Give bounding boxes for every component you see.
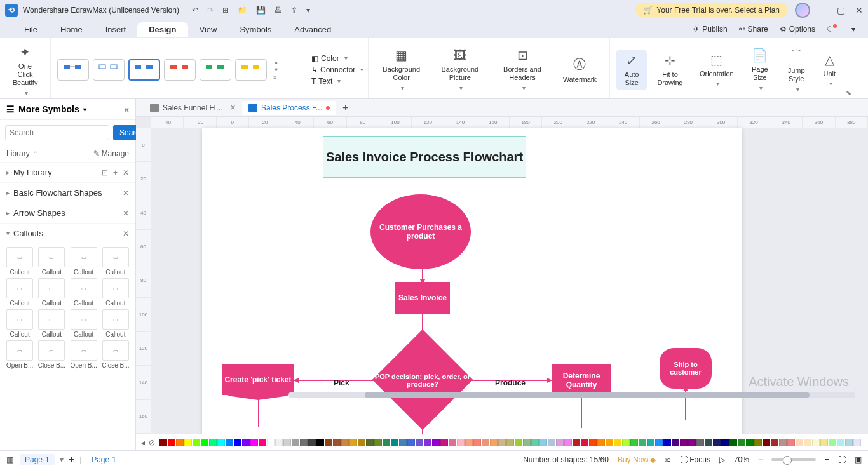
close-button[interactable]: ✕ xyxy=(855,5,863,15)
shape-15[interactable]: ▭Close B... xyxy=(101,340,130,369)
color-swatch[interactable] xyxy=(440,439,448,446)
color-swatch[interactable] xyxy=(300,439,308,446)
color-swatch[interactable] xyxy=(531,439,539,446)
tab-view[interactable]: View xyxy=(188,22,229,37)
color-swatch[interactable] xyxy=(597,439,605,446)
color-swatch[interactable] xyxy=(498,439,506,446)
color-swatch[interactable] xyxy=(424,439,431,446)
color-swatch[interactable] xyxy=(820,439,828,446)
doc-tab-1[interactable]: Sales Funnel Flo... ✕ xyxy=(144,101,242,115)
jump-style-button[interactable]: ⌒Jump Style▾ xyxy=(780,44,813,95)
theme-3[interactable] xyxy=(128,59,160,81)
add-page-button[interactable]: + xyxy=(69,454,74,465)
flowchart-title[interactable]: Sales Invoice Process Flowchart xyxy=(323,136,526,178)
collapse-panel-icon[interactable]: « xyxy=(124,104,129,114)
invoice-shape[interactable]: Sales Invoice xyxy=(395,282,450,314)
color-swatch[interactable] xyxy=(589,439,597,446)
shape-9[interactable]: ▭Callout xyxy=(37,309,66,338)
tab-file[interactable]: File xyxy=(13,22,49,37)
new-icon[interactable]: ⊞ xyxy=(222,6,229,15)
tab-design[interactable]: Design xyxy=(137,22,187,37)
color-swatch[interactable] xyxy=(259,439,266,446)
color-swatch[interactable] xyxy=(325,439,332,446)
shape-13[interactable]: ▭Close B... xyxy=(37,340,66,369)
shape-12[interactable]: ▭Open B... xyxy=(5,340,34,369)
color-swatch[interactable] xyxy=(639,439,646,446)
color-swatch[interactable] xyxy=(812,439,820,446)
color-swatch[interactable] xyxy=(358,439,365,446)
shape-2[interactable]: ▭Callout xyxy=(69,247,98,276)
horizontal-scrollbar[interactable] xyxy=(288,392,855,398)
color-swatch[interactable] xyxy=(614,439,621,446)
bg-picture-button[interactable]: 🖼Background Picture▾ xyxy=(431,46,488,94)
color-swatch[interactable] xyxy=(729,439,737,446)
theme-up-icon[interactable]: ▲ xyxy=(273,59,279,65)
lib-section-3[interactable]: ▾Callouts✕ xyxy=(0,223,135,243)
color-swatch[interactable] xyxy=(763,439,770,446)
library-label[interactable]: Library xyxy=(6,149,30,158)
color-button[interactable]: ◧Color▾ xyxy=(308,53,362,64)
shape-5[interactable]: ▭Callout xyxy=(37,278,66,307)
start-shape[interactable]: Customer Purchases a product xyxy=(370,194,471,269)
zoom-out-button[interactable]: − xyxy=(758,455,763,464)
color-swatch[interactable] xyxy=(539,439,547,446)
share-button[interactable]: ⚯Share xyxy=(739,25,768,34)
color-swatch[interactable] xyxy=(680,439,688,446)
color-swatch[interactable] xyxy=(308,439,316,446)
open-icon[interactable]: 📁 xyxy=(238,6,247,15)
color-swatch[interactable] xyxy=(449,439,456,446)
color-swatch[interactable] xyxy=(482,439,489,446)
color-swatch[interactable] xyxy=(696,439,704,446)
add-tab-button[interactable]: + xyxy=(336,102,355,114)
color-swatch[interactable] xyxy=(581,439,588,446)
create-pick-shape[interactable]: Create 'pick' ticket xyxy=(222,364,294,395)
fit-drawing-button[interactable]: ⊹Fit to Drawing xyxy=(651,50,689,90)
lib-section-1[interactable]: ▸Basic Flowchart Shapes✕ xyxy=(0,182,135,203)
color-swatch[interactable] xyxy=(829,439,836,446)
connector-button[interactable]: ↳Connector▾ xyxy=(308,64,362,76)
more-symbols-label[interactable]: More Symbols xyxy=(18,104,79,114)
theme-5[interactable] xyxy=(200,59,231,81)
color-swatch[interactable] xyxy=(779,439,787,446)
expand-dialog-icon[interactable]: ⬊ xyxy=(846,89,851,97)
fit-screen-icon[interactable]: ⛶ xyxy=(838,455,846,464)
text-button[interactable]: TText▾ xyxy=(308,76,362,87)
close-tab-icon[interactable]: ✕ xyxy=(230,104,236,112)
cb-arrow-icon[interactable]: ◂ xyxy=(141,438,145,447)
color-swatch[interactable] xyxy=(556,439,564,446)
color-swatch[interactable] xyxy=(688,439,696,446)
theme-2[interactable] xyxy=(93,59,125,81)
color-swatch[interactable] xyxy=(168,439,175,446)
color-swatch[interactable] xyxy=(176,439,184,446)
color-swatch[interactable] xyxy=(407,439,415,446)
color-swatch[interactable] xyxy=(201,439,208,446)
orientation-button[interactable]: ⬚Orientation▾ xyxy=(693,50,740,90)
maximize-button[interactable]: ▢ xyxy=(837,5,845,15)
bg-color-button[interactable]: ▦Background Color▾ xyxy=(375,45,428,94)
dropdown-icon[interactable]: ▾ xyxy=(83,106,86,113)
color-swatch[interactable] xyxy=(366,439,374,446)
pick-label[interactable]: Pick xyxy=(334,378,349,387)
color-swatch[interactable] xyxy=(630,439,638,446)
shape-14[interactable]: ▭Open B... xyxy=(69,340,98,369)
unit-button[interactable]: △Unit▾ xyxy=(817,50,842,90)
produce-label[interactable]: Produce xyxy=(495,378,526,387)
collapse-ribbon-button[interactable]: ▾ xyxy=(851,25,855,34)
theme-more-icon[interactable]: ≡ xyxy=(273,74,279,81)
theme-down-icon[interactable]: ▼ xyxy=(273,67,279,73)
qat-more-icon[interactable]: ▾ xyxy=(306,6,310,15)
color-swatch[interactable] xyxy=(837,439,844,446)
print-icon[interactable]: 🖶 xyxy=(275,6,282,15)
color-swatch[interactable] xyxy=(845,439,853,446)
page-tab-1b[interactable]: Page-1 xyxy=(86,454,121,465)
color-swatch[interactable] xyxy=(655,439,663,446)
shape-0[interactable]: ▭Callout xyxy=(5,247,34,276)
manage-button[interactable]: ✎Manage xyxy=(93,149,129,158)
color-swatch[interactable] xyxy=(804,439,811,446)
color-swatch[interactable] xyxy=(457,439,465,446)
search-input[interactable] xyxy=(5,125,109,140)
theme-4[interactable] xyxy=(164,59,196,81)
trial-badge[interactable]: 🛒 Your Free Trial is over. Select a Plan xyxy=(635,3,787,17)
color-swatch[interactable] xyxy=(193,439,200,446)
page-size-button[interactable]: 📄Page Size▾ xyxy=(744,45,776,94)
